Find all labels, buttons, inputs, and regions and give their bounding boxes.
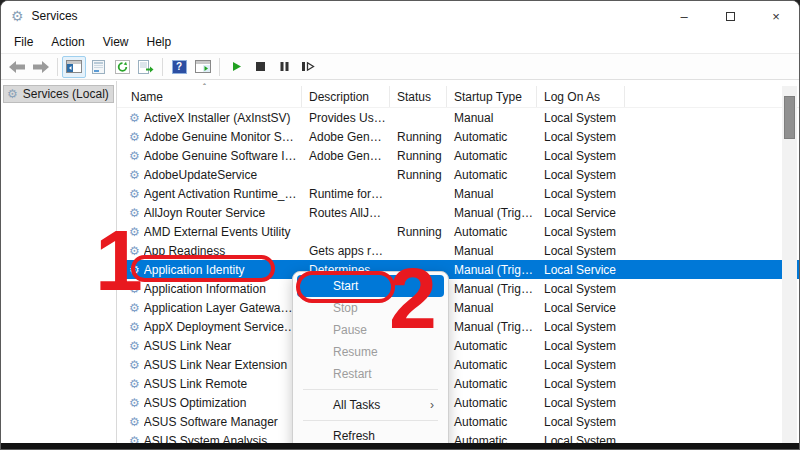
- restart-service-icon[interactable]: [296, 56, 320, 78]
- service-name: AMD External Events Utility: [144, 225, 298, 239]
- service-row[interactable]: ⚙App ReadinessGets apps re…ManualLocal S…: [117, 241, 799, 260]
- minimize-button[interactable]: –: [661, 1, 707, 31]
- pause-service-icon[interactable]: [272, 56, 296, 78]
- service-name: AllJoyn Router Service: [144, 206, 298, 220]
- service-gear-icon: ⚙: [129, 283, 140, 295]
- context-menu-item-start[interactable]: Start: [297, 275, 444, 297]
- service-gear-icon: ⚙: [129, 131, 140, 143]
- context-menu-separator: [303, 389, 438, 390]
- service-gear-icon: ⚙: [129, 340, 140, 352]
- service-name: Adobe Genuine Monitor Ser…: [144, 130, 298, 144]
- column-header-description[interactable]: Description: [302, 86, 390, 107]
- close-button[interactable]: ×: [753, 1, 799, 31]
- service-startup-type: Manual: [447, 301, 537, 315]
- service-log-on-as: Local System: [537, 225, 625, 239]
- service-name-cell: ⚙ASUS System Analysis: [117, 434, 302, 444]
- service-gear-icon: ⚙: [129, 321, 140, 333]
- service-row[interactable]: ⚙Agent Activation Runtime_c…Runtime for …: [117, 184, 799, 203]
- service-name-cell: ⚙ASUS Optimization: [117, 396, 302, 410]
- service-row[interactable]: ⚙Application Layer Gateway ServiceManual…: [117, 298, 799, 317]
- menu-view[interactable]: View: [94, 33, 138, 51]
- column-header-startup-type[interactable]: Startup Type: [447, 86, 537, 107]
- stop-service-icon[interactable]: [248, 56, 272, 78]
- service-row[interactable]: ⚙AMD External Events UtilityRunningAutom…: [117, 222, 799, 241]
- help-icon[interactable]: ?: [167, 56, 191, 78]
- service-name-cell: ⚙AppX Deployment Service (AppXSVC): [117, 320, 302, 334]
- service-name-cell: ⚙Agent Activation Runtime_c…: [117, 187, 302, 201]
- service-row[interactable]: ⚙ASUS OptimizationAutomaticLocal System: [117, 393, 799, 412]
- export-list-icon[interactable]: [134, 56, 158, 78]
- service-row[interactable]: ⚙Application IdentityDetermines…Manual (…: [117, 260, 799, 279]
- service-description: Runtime for …: [302, 187, 390, 201]
- menu-file[interactable]: File: [5, 33, 42, 51]
- service-gear-icon: ⚙: [129, 302, 140, 314]
- service-gear-icon: ⚙: [129, 359, 140, 371]
- service-log-on-as: Local System: [537, 339, 625, 353]
- vertical-scrollbar[interactable]: [782, 86, 797, 443]
- service-row[interactable]: ⚙ASUS System AnalysisAutomaticLocal Syst…: [117, 431, 799, 443]
- service-name: ASUS System Analysis: [144, 434, 298, 444]
- service-startup-type: Automatic: [447, 168, 537, 182]
- window-title: Services: [32, 9, 78, 23]
- scrollbar-thumb[interactable]: [784, 96, 795, 139]
- context-menu-item-all-tasks[interactable]: All Tasks›: [297, 394, 444, 416]
- service-gear-icon: ⚙: [129, 245, 140, 257]
- service-name: Application Layer Gateway Service: [144, 301, 298, 315]
- service-name: App Readiness: [144, 244, 298, 258]
- service-description: Adobe Genu…: [302, 130, 390, 144]
- service-name: ASUS Software Manager: [144, 415, 298, 429]
- service-row[interactable]: ⚙ASUS Link RemoteAutomaticLocal System: [117, 374, 799, 393]
- column-header-log-on-as[interactable]: Log On As: [537, 86, 625, 107]
- context-menu: StartStopPauseResumeRestartAll Tasks›Ref…: [292, 271, 449, 450]
- context-menu-item-resume: Resume: [297, 341, 444, 363]
- service-log-on-as: Local System: [537, 358, 625, 372]
- service-name: Adobe Genuine Software Int…: [144, 149, 298, 163]
- services-gear-icon: ⚙: [11, 9, 24, 23]
- service-log-on-as: Local System: [537, 434, 625, 444]
- service-row[interactable]: ⚙AllJoyn Router ServiceRoutes AllJo…Manu…: [117, 203, 799, 222]
- service-row[interactable]: ⚙AppX Deployment Service (AppXSVC)Manual…: [117, 317, 799, 336]
- service-row[interactable]: ⚙Application InformationManual (Trigg…Lo…: [117, 279, 799, 298]
- service-name-cell: ⚙Application Information: [117, 282, 302, 296]
- list-header: ˆ NameDescriptionStatusStartup TypeLog O…: [117, 86, 799, 108]
- service-name-cell: ⚙AllJoyn Router Service: [117, 206, 302, 220]
- menu-help[interactable]: Help: [138, 33, 181, 51]
- service-description: Provides Use…: [302, 111, 390, 125]
- service-startup-type: Automatic: [447, 149, 537, 163]
- service-startup-type: Manual (Trigg…: [447, 282, 537, 296]
- service-row[interactable]: ⚙Adobe Genuine Monitor Ser…Adobe Genu…Ru…: [117, 127, 799, 146]
- service-log-on-as: Local System: [537, 187, 625, 201]
- show-console-tree-icon[interactable]: [62, 56, 86, 78]
- maximize-button[interactable]: [707, 1, 753, 31]
- properties-icon[interactable]: [86, 56, 110, 78]
- service-row[interactable]: ⚙ASUS Link Near ExtensionAutomaticLocal …: [117, 355, 799, 374]
- service-startup-type: Automatic: [447, 434, 537, 444]
- service-name: Application Information: [144, 282, 298, 296]
- service-log-on-as: Local Service: [537, 301, 625, 315]
- service-name: ASUS Link Near: [144, 339, 298, 353]
- service-row[interactable]: ⚙Adobe Genuine Software Int…Adobe Genu…R…: [117, 146, 799, 165]
- service-name-cell: ⚙ActiveX Installer (AxInstSV): [117, 111, 302, 125]
- service-row[interactable]: ⚙AdobeUpdateServiceRunningAutomaticLocal…: [117, 165, 799, 184]
- forward-icon[interactable]: [29, 56, 53, 78]
- column-header-name[interactable]: Name: [117, 86, 302, 107]
- menu-action[interactable]: Action: [42, 33, 93, 51]
- start-service-icon[interactable]: [224, 56, 248, 78]
- extended-view-icon[interactable]: [191, 56, 215, 78]
- back-icon[interactable]: [5, 56, 29, 78]
- column-header-status[interactable]: Status: [390, 86, 447, 107]
- service-row[interactable]: ⚙ASUS Link NearAutomaticLocal System: [117, 336, 799, 355]
- service-name-cell: ⚙App Readiness: [117, 244, 302, 258]
- refresh-icon[interactable]: [110, 56, 134, 78]
- toolbar-separator: [162, 58, 163, 76]
- service-log-on-as: Local System: [537, 168, 625, 182]
- toolbar-separator: [219, 58, 220, 76]
- service-row[interactable]: ⚙ASUS Software ManagerAutomaticLocal Sys…: [117, 412, 799, 431]
- service-name-cell: ⚙ASUS Software Manager: [117, 415, 302, 429]
- window-controls: –×: [661, 1, 799, 31]
- service-name: ASUS Link Remote: [144, 377, 298, 391]
- service-log-on-as: Local System: [537, 130, 625, 144]
- services-gear-icon: ⚙: [7, 88, 18, 100]
- sidebar-item-services-local[interactable]: ⚙ Services (Local): [3, 85, 114, 103]
- service-row[interactable]: ⚙ActiveX Installer (AxInstSV)Provides Us…: [117, 108, 799, 127]
